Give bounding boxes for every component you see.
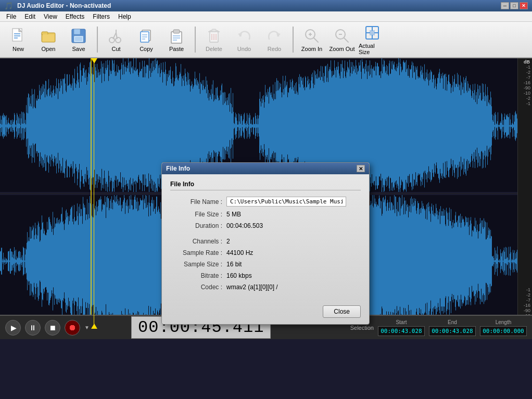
svg-rect-23 xyxy=(173,30,180,33)
dialog-overlay: File Info ✕ File Info File Name : File S… xyxy=(0,58,532,339)
title-bar-controls: ─ □ ✕ xyxy=(501,2,528,9)
file-size-label: File Size : xyxy=(170,211,222,218)
channels-row: Channels : 2 xyxy=(170,238,361,245)
delete-button[interactable]: Delete xyxy=(200,24,228,55)
sample-size-row: Sample Size : 16 bit xyxy=(170,261,361,268)
svg-line-38 xyxy=(314,38,318,42)
dialog-close-icon[interactable]: ✕ xyxy=(357,165,365,172)
sample-rate-value: 44100 Hz xyxy=(226,249,253,256)
save-icon xyxy=(70,28,87,44)
redo-button[interactable]: Redo xyxy=(260,24,288,55)
file-name-field[interactable] xyxy=(226,197,346,207)
sample-size-label: Sample Size : xyxy=(170,261,222,268)
zoom-out-label: Zoom Out xyxy=(330,46,355,52)
title-bar: 🎵 DJ Audio Editor - Non-activated ─ □ ✕ xyxy=(0,0,532,11)
toolbar-separator-3 xyxy=(293,27,294,53)
new-label: New xyxy=(12,46,24,52)
open-icon xyxy=(40,28,57,44)
codec-label: Codec : xyxy=(170,284,222,291)
sample-size-value: 16 bit xyxy=(226,261,242,268)
copy-button[interactable]: Copy xyxy=(132,24,160,55)
actual-size-icon xyxy=(364,24,381,41)
open-button[interactable]: Open xyxy=(34,24,62,55)
svg-rect-11 xyxy=(75,37,82,41)
duration-label: Duration : xyxy=(170,222,222,229)
actual-size-button[interactable]: Actual Size xyxy=(358,24,386,55)
minimize-button[interactable]: ─ xyxy=(501,2,509,9)
delete-icon xyxy=(206,28,222,44)
zoom-out-icon xyxy=(334,28,350,44)
dialog-close-button[interactable]: Close xyxy=(323,305,361,318)
actual-size-label: Actual Size xyxy=(359,43,386,55)
zoom-in-label: Zoom In xyxy=(301,46,322,52)
new-button[interactable]: New xyxy=(4,24,32,55)
copy-icon xyxy=(138,28,155,44)
channels-value: 2 xyxy=(226,238,230,245)
codec-value: wmav2 (a[1][0][0] / xyxy=(226,284,278,291)
svg-rect-47 xyxy=(370,30,375,35)
dialog-title: File Info xyxy=(166,165,190,172)
copy-label: Copy xyxy=(140,46,153,52)
waveform-main-area: dB -1 -2 -7 -16 -90 -10 -2 -1 -1 -2 -7 -… xyxy=(0,58,532,339)
codec-row: Codec : wmav2 (a[1][0][0] / xyxy=(170,284,361,291)
toolbar-separator-2 xyxy=(195,27,196,53)
zoom-in-icon xyxy=(303,28,320,44)
svg-rect-7 xyxy=(43,34,54,42)
zoom-out-button[interactable]: Zoom Out xyxy=(328,24,356,55)
dialog-content: File Info File Name : File Size : 5 MB D… xyxy=(162,174,369,301)
sample-rate-label: Sample Rate : xyxy=(170,249,222,256)
dialog-footer: Close xyxy=(162,301,369,324)
toolbar-separator-1 xyxy=(97,27,98,53)
bitrate-label: Bitrate : xyxy=(170,272,222,279)
paste-label: Paste xyxy=(169,46,184,52)
svg-rect-29 xyxy=(212,29,216,32)
bitrate-value: 160 kbps xyxy=(226,272,252,279)
duration-value: 00:04:06.503 xyxy=(226,222,263,229)
cut-icon xyxy=(108,28,124,44)
svg-rect-9 xyxy=(74,29,80,34)
paste-button[interactable]: Paste xyxy=(162,24,191,55)
paste-icon xyxy=(168,28,185,44)
file-name-row: File Name : xyxy=(170,197,361,207)
toolbar: New Open Save xyxy=(0,22,532,58)
undo-icon xyxy=(236,28,252,44)
open-label: Open xyxy=(42,46,56,52)
close-button[interactable]: ✕ xyxy=(520,2,528,9)
undo-button[interactable]: Undo xyxy=(230,24,258,55)
menu-effects[interactable]: Effects xyxy=(61,12,88,21)
channels-label: Channels : xyxy=(170,238,222,245)
svg-line-14 xyxy=(113,33,116,39)
svg-point-13 xyxy=(116,37,121,43)
bitrate-row: Bitrate : 160 kbps xyxy=(170,272,361,279)
menu-help[interactable]: Help xyxy=(114,12,135,21)
save-label: Save xyxy=(72,46,85,52)
svg-line-41 xyxy=(344,38,348,42)
redo-icon xyxy=(266,28,283,44)
sample-rate-row: Sample Rate : 44100 Hz xyxy=(170,249,361,256)
menu-view[interactable]: View xyxy=(40,12,61,21)
dialog-title-bar: File Info ✕ xyxy=(162,163,369,174)
delete-label: Delete xyxy=(206,46,222,52)
window-title: DJ Audio Editor - Non-activated xyxy=(17,2,111,9)
file-info-dialog: File Info ✕ File Info File Name : File S… xyxy=(161,162,370,325)
menu-edit[interactable]: Edit xyxy=(20,12,40,21)
new-icon xyxy=(10,28,27,44)
save-button[interactable]: Save xyxy=(65,24,93,55)
cut-button[interactable]: Cut xyxy=(102,24,130,55)
dialog-section-title: File Info xyxy=(170,181,361,190)
menu-file[interactable]: File xyxy=(2,12,20,21)
menu-bar: File Edit View Effects Filters Help xyxy=(0,11,532,22)
file-name-label: File Name : xyxy=(170,198,222,205)
duration-row: Duration : 00:04:06.503 xyxy=(170,222,361,229)
cut-label: Cut xyxy=(111,46,120,52)
undo-label: Undo xyxy=(237,46,251,52)
file-size-row: File Size : 5 MB xyxy=(170,211,361,218)
zoom-in-button[interactable]: Zoom In xyxy=(298,24,326,55)
redo-label: Redo xyxy=(268,46,281,52)
maximize-button[interactable]: □ xyxy=(510,2,518,9)
file-size-value: 5 MB xyxy=(226,211,241,218)
menu-filters[interactable]: Filters xyxy=(88,12,114,21)
